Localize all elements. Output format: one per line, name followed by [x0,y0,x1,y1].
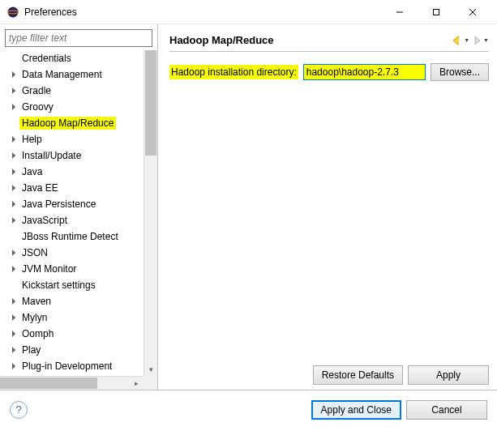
scroll-right-icon[interactable]: ▸ [130,377,144,390]
help-icon[interactable]: ? [10,401,28,419]
scrollbar-thumb[interactable] [145,50,156,156]
tree-item-label: Data Management [19,68,105,81]
install-dir-input[interactable] [303,64,426,80]
dialog-button-bar: ? Apply and Close Cancel [0,390,497,429]
chevron-down-icon[interactable]: ▼ [464,37,469,43]
tree-item[interactable]: Plug-in Development [5,358,157,374]
tree-item[interactable]: Install/Update [5,147,157,164]
scrollbar-thumb[interactable] [0,378,97,389]
tree-item[interactable]: Java [5,164,157,180]
expand-icon[interactable] [8,361,19,372]
tree-item-label: Hadoop Map/Reduce [19,117,116,130]
expand-icon[interactable] [8,101,19,113]
page-title: Hadoop Map/Reduce [169,34,452,46]
tree-item-label: JSON [19,246,50,259]
apply-and-close-button[interactable]: Apply and Close [311,400,401,420]
tree-item[interactable]: Help [5,131,157,147]
filter-input[interactable] [5,29,152,47]
expand-icon[interactable] [8,150,19,161]
tree-item[interactable]: Maven [5,293,157,309]
tree-item[interactable]: Kickstart settings [5,277,157,293]
expand-icon[interactable] [8,328,19,339]
expand-icon[interactable] [8,296,19,307]
titlebar: Preferences [0,0,497,24]
tree-item-label: Oomph [19,327,56,340]
tree-item[interactable]: Credentials [5,50,157,66]
tree-item[interactable]: Hadoop Map/Reduce [5,115,157,131]
tree-item[interactable]: Java EE [5,180,157,196]
tree-item-label: Help [19,133,45,146]
preferences-page: Hadoop Map/Reduce ▼ ▼ Hadoop installatio… [158,24,497,390]
svg-rect-3 [433,9,439,15]
tree-item[interactable]: Oomph [5,326,157,342]
tree-item[interactable]: Java Persistence [5,196,157,212]
tree-item[interactable]: JavaScript [5,212,157,228]
tree-item-label: Kickstart settings [19,279,98,292]
svg-point-0 [8,6,19,17]
expand-icon[interactable] [8,134,19,145]
preferences-tree-pane: CredentialsData ManagementGradleGroovyHa… [0,24,158,390]
cancel-button[interactable]: Cancel [406,400,487,420]
tree-item[interactable]: Data Management [5,66,157,83]
tree-item[interactable]: Play [5,342,157,358]
tree-item-label: JavaScript [19,214,70,227]
minimize-button[interactable] [381,1,418,23]
horizontal-scrollbar[interactable]: ◂ ▸ [0,376,144,390]
browse-button[interactable]: Browse... [431,63,489,81]
tree-item-label: Maven [19,295,54,308]
tree-spacer [8,279,19,291]
tree-item-label: JBoss Runtime Detect [19,230,121,243]
tree-item-label: Java Persistence [19,198,98,211]
tree-item-label: Mylyn [19,311,49,324]
window-title: Preferences [24,6,381,18]
install-dir-label: Hadoop installation directory: [169,65,298,79]
tree-item[interactable]: JVM Monitor [5,261,157,277]
tree-item-label: Java EE [19,181,61,194]
maximize-button[interactable] [418,1,454,23]
tree-item[interactable]: JSON [5,245,157,261]
tree-spacer [8,117,19,129]
expand-icon[interactable] [8,69,19,80]
vertical-scrollbar[interactable]: ▾ [144,50,157,376]
tree-item-label: Java [19,165,45,178]
tree-item[interactable]: Groovy [5,99,157,115]
tree-item-label: Gradle [19,84,54,97]
preferences-tree[interactable]: CredentialsData ManagementGradleGroovyHa… [5,50,157,390]
expand-icon[interactable] [8,263,19,275]
tree-item-label: Groovy [19,100,56,113]
expand-icon[interactable] [8,344,19,356]
nav-forward-button[interactable]: ▼ [471,35,489,46]
eclipse-icon [6,6,19,19]
expand-icon[interactable] [8,247,19,258]
tree-item-label: Install/Update [19,149,84,162]
expand-icon[interactable] [8,166,19,177]
tree-item[interactable]: JBoss Runtime Detect [5,228,157,245]
expand-icon[interactable] [8,312,19,323]
tree-spacer [8,53,19,64]
tree-item-label: Plug-in Development [19,360,114,373]
tree-item-label: Credentials [19,52,74,65]
tree-item-label: Play [19,343,43,356]
expand-icon[interactable] [8,215,19,226]
close-button[interactable] [454,1,491,23]
restore-defaults-button[interactable]: Restore Defaults [313,365,403,385]
tree-spacer [8,231,19,242]
tree-item[interactable]: Gradle [5,83,157,99]
expand-icon[interactable] [8,198,19,210]
nav-back-button[interactable]: ▼ [452,35,469,46]
chevron-down-icon[interactable]: ▼ [483,37,489,43]
expand-icon[interactable] [8,85,19,96]
expand-icon[interactable] [8,182,19,194]
apply-button[interactable]: Apply [408,365,489,385]
tree-item-label: JVM Monitor [19,262,79,275]
scroll-down-icon[interactable]: ▾ [144,362,157,376]
tree-item[interactable]: Mylyn [5,309,157,326]
scrollbar-corner [144,376,157,390]
